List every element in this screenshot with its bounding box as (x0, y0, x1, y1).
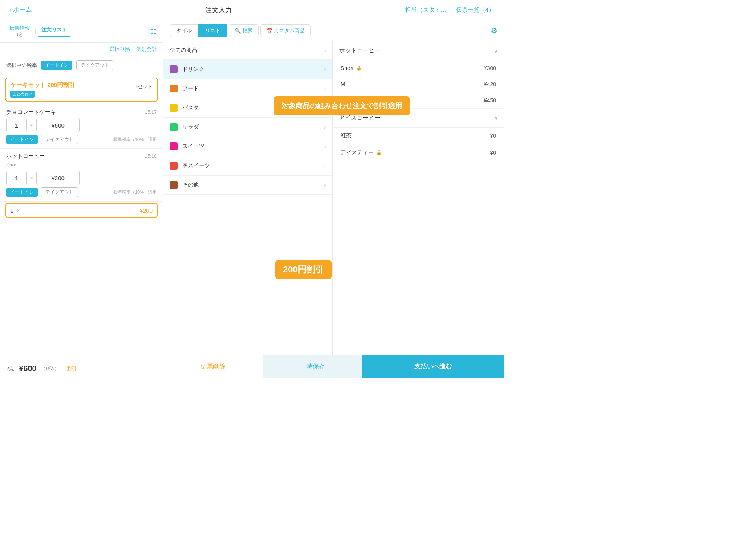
chevron-right-icon: › (324, 143, 326, 150)
discount-qty: 1 (10, 207, 13, 214)
chevron-right-icon: › (324, 47, 326, 54)
invoice-list-link[interactable]: 伝票一覧（4） (456, 6, 495, 14)
discount-item-price: -¥200 (138, 207, 153, 214)
tax-row: 選択中の税率 イートイン テイクアウト (0, 56, 163, 74)
lock-icon: 🔒 (376, 150, 382, 155)
chevron-right-icon: › (324, 85, 326, 92)
takeout-badge-item[interactable]: テイクアウト (41, 135, 78, 144)
product-price: ¥0 (490, 150, 496, 156)
category-name: その他 (182, 181, 319, 189)
save-temp-button[interactable]: 一時保存 (263, 355, 363, 378)
back-label: ホーム (13, 6, 32, 14)
category-item-sweets[interactable]: スイーツ › (163, 137, 332, 156)
chevron-left-icon: ‹ (9, 7, 11, 14)
category-item-other[interactable]: その他 › (163, 176, 332, 195)
back-button[interactable]: ‹ ホーム (9, 6, 32, 14)
category-name: スイーツ (182, 143, 319, 150)
product-name: M (341, 81, 345, 87)
all-products-row[interactable]: 全ての商品 › (163, 41, 332, 60)
item-time: 15:17 (145, 109, 157, 115)
category-dot (170, 123, 178, 131)
order-item: ホットコーヒー 15:18 Short 1 × ¥300 イートイン テイクアウ… (0, 149, 163, 202)
tile-view-button[interactable]: タイル (170, 24, 198, 37)
order-item: チョコレートケーキ 15:17 1 × ¥500 イートイン テイクアウト 標準… (0, 105, 163, 149)
product-m[interactable]: M ¥420 (333, 76, 504, 92)
header-right: 担当（スタッ… 伝票一覧（4） (405, 6, 495, 14)
discount-badge-label: まとめ買い (10, 91, 35, 98)
product-price: ¥300 (484, 65, 496, 71)
discount-link[interactable]: 割引 (67, 365, 77, 372)
category-item-drink[interactable]: ドリンク › (163, 60, 332, 79)
main-area: 伝票情報 1名 注文リスト ☷ 選択削除 個別会計 選択中の税率 イートイン テ… (0, 20, 504, 378)
discount-item-row: 1 × -¥200 (5, 203, 158, 218)
left-tabs: 伝票情報 1名 注文リスト ☷ (0, 20, 163, 43)
custom-product-button[interactable]: 📅 カスタム商品 (260, 24, 311, 37)
tax-note: 標準税率（10%）適用 (113, 137, 157, 142)
price-display[interactable]: ¥300 (36, 171, 80, 185)
search-icon: 🔍 (235, 28, 241, 34)
right-toolbar: タイル リスト 🔍 検索 📅 カスタム商品 ⚙ (163, 20, 504, 41)
total-amount: ¥600 (19, 364, 37, 373)
small-popup-text: 200円割引 (275, 260, 332, 279)
chevron-up-icon: ∧ (494, 115, 498, 121)
qty-input[interactable]: 1 (6, 171, 27, 185)
product-tea[interactable]: 紅茶 ¥0 (333, 128, 504, 144)
tab-separator (35, 29, 36, 34)
product-price: ¥420 (484, 81, 496, 87)
discount-banner: ケーキセット 200円割引 1セット まとめ買い (5, 78, 158, 102)
lock-icon: 🔒 (356, 65, 362, 71)
takeout-badge-item2[interactable]: テイクアウト (41, 187, 78, 197)
item-sub: Short (6, 162, 157, 168)
chevron-right-icon: › (324, 182, 326, 188)
delete-invoice-button[interactable]: 伝票削除 (163, 355, 263, 378)
category-name: 季スイーツ (182, 162, 319, 169)
category-item-seasonal[interactable]: 季スイーツ › (163, 156, 332, 176)
item-name: チョコレートケーキ (6, 109, 56, 116)
right-panel: タイル リスト 🔍 検索 📅 カスタム商品 ⚙ 全ての商品 › (163, 20, 504, 378)
tab-order-list[interactable]: 注文リスト (38, 26, 70, 37)
bottom-actions: 伝票削除 一時保存 支払いへ進む (163, 355, 504, 378)
settings-icon[interactable]: ⚙ (491, 26, 498, 35)
calendar-icon: 📅 (266, 28, 272, 34)
takeout-badge[interactable]: テイクアウト (76, 60, 113, 70)
tax-note-bottom: （税込） (41, 366, 59, 372)
all-products-label: 全ての商品 (170, 47, 197, 54)
right-content: 全ての商品 › ドリンク › フード › パスタ › (163, 41, 504, 355)
staff-link[interactable]: 担当（スタッ… (405, 6, 447, 14)
eat-in-badge-item[interactable]: イートイン (6, 135, 38, 144)
product-list: ホットコーヒー ∨ Short 🔒 ¥300 M ¥420 L ¥450 (333, 41, 504, 355)
search-button[interactable]: 🔍 検索 (229, 24, 259, 37)
qty-input[interactable]: 1 (6, 118, 27, 132)
tab-invoice[interactable]: 伝票情報 1名 (6, 24, 33, 38)
select-delete-button[interactable]: 選択削除 (109, 46, 130, 53)
large-popup-banner: 対象商品の組み合わせ注文で割引適用 (274, 96, 410, 115)
category-item-salad[interactable]: サラダ › (163, 118, 332, 137)
category-dot (170, 65, 178, 73)
times-symbol: × (30, 175, 33, 181)
chevron-right-icon: › (324, 66, 326, 72)
category-item-food[interactable]: フード › (163, 79, 332, 98)
product-ice-tea[interactable]: アイスティー 🔒 ¥0 (333, 144, 504, 161)
discount-count: 1セット (135, 83, 153, 90)
product-price: ¥450 (484, 97, 496, 104)
chevron-right-icon: › (324, 163, 326, 169)
eat-in-badge-item2[interactable]: イートイン (6, 188, 38, 197)
hot-coffee-section-header[interactable]: ホットコーヒー ∨ (333, 41, 504, 60)
category-name: ドリンク (182, 66, 319, 73)
section-name: ホットコーヒー (339, 47, 380, 54)
list-icon[interactable]: ☷ (150, 27, 157, 36)
header: ‹ ホーム 注文入力 担当（スタッ… 伝票一覧（4） (0, 0, 504, 20)
pay-button[interactable]: 支払いへ進む (362, 355, 504, 378)
order-items-list: チョコレートケーキ 15:17 1 × ¥500 イートイン テイクアウト 標準… (0, 105, 163, 359)
tax-note2: 標準税率（10%）適用 (113, 189, 157, 195)
eat-in-badge[interactable]: イートイン (41, 61, 72, 70)
price-display[interactable]: ¥500 (36, 118, 80, 132)
list-view-button[interactable]: リスト (198, 24, 227, 37)
header-title: 注文入力 (205, 6, 232, 15)
product-short[interactable]: Short 🔒 ¥300 (333, 60, 504, 76)
individual-bill-button[interactable]: 個別会計 (136, 46, 157, 53)
times-symbol: × (30, 122, 33, 128)
bottom-bar: 2点 ¥600 （税込） 割引 (0, 359, 163, 378)
large-popup-text: 対象商品の組み合わせ注文で割引適用 (274, 96, 410, 115)
chevron-right-icon: › (324, 124, 326, 130)
